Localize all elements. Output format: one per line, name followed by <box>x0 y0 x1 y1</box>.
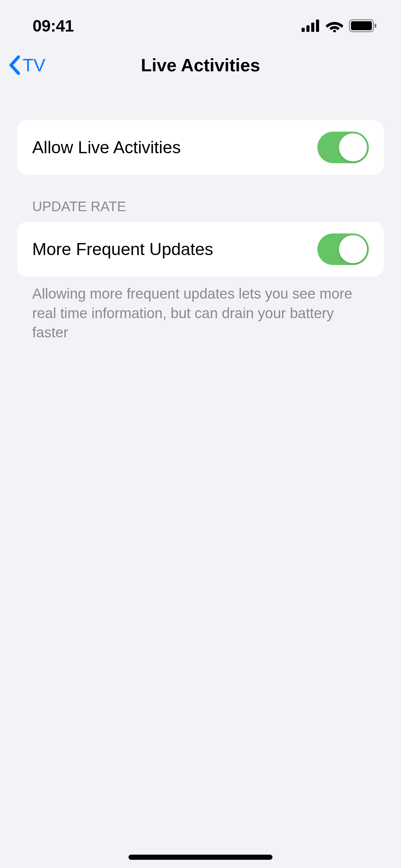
svg-rect-3 <box>316 20 319 32</box>
more-frequent-updates-row: More Frequent Updates <box>17 222 384 277</box>
settings-group: Allow Live Activities <box>17 120 384 175</box>
group-footer: Allowing more frequent updates lets you … <box>17 277 384 342</box>
cell-label: More Frequent Updates <box>32 239 213 259</box>
status-time: 09:41 <box>33 16 74 35</box>
svg-rect-7 <box>375 24 376 28</box>
svg-point-4 <box>333 30 336 32</box>
svg-rect-6 <box>351 21 372 30</box>
allow-live-activities-row: Allow Live Activities <box>17 120 384 175</box>
allow-live-activities-switch[interactable] <box>317 132 369 163</box>
back-button[interactable]: TV <box>8 55 45 75</box>
nav-bar: TV Live Activities <box>0 45 401 93</box>
battery-icon <box>349 19 377 32</box>
status-bar: 09:41 <box>0 0 401 45</box>
group-header: UPDATE RATE <box>17 199 384 222</box>
wifi-icon <box>326 19 343 32</box>
svg-rect-1 <box>306 25 309 32</box>
page-title: Live Activities <box>10 55 391 75</box>
settings-group: UPDATE RATE More Frequent Updates Allowi… <box>17 199 384 342</box>
home-indicator <box>129 855 272 860</box>
more-frequent-updates-switch[interactable] <box>317 233 369 265</box>
back-label: TV <box>23 55 45 75</box>
content: Allow Live Activities UPDATE RATE More F… <box>0 120 401 342</box>
svg-rect-0 <box>302 28 305 32</box>
svg-rect-2 <box>311 23 314 32</box>
cellular-icon <box>302 20 320 32</box>
chevron-left-icon <box>8 55 21 75</box>
status-icons <box>302 19 377 32</box>
cell-label: Allow Live Activities <box>32 137 181 157</box>
